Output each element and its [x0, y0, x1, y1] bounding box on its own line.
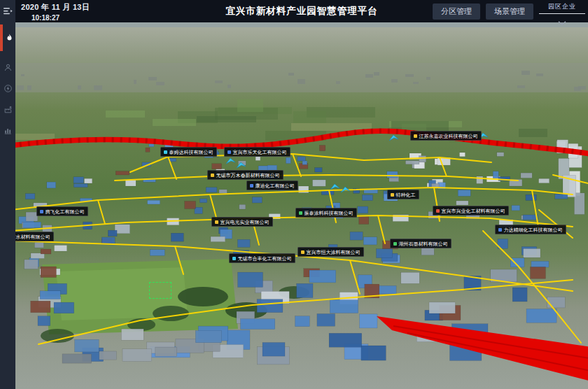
scene-management-button[interactable]: 场景管理 — [486, 3, 533, 20]
sidebar-item-fire[interactable] — [0, 24, 15, 51]
company-label[interactable]: 江苏永嘉农业科技有限公司 — [410, 131, 482, 141]
company-label[interactable]: 无锡市万木春新材料有限公司 — [207, 170, 284, 180]
app-window: 2020 年 11 月 13日 10:18:27 宜兴市新材料产业园智慧管理平台… — [0, 0, 588, 389]
company-label[interactable]: 宜兴电光实业有限公司 — [211, 217, 273, 227]
label-marker-icon — [299, 211, 302, 215]
datetime-block: 2020 年 11 月 13日 10:18:27 — [21, 2, 90, 22]
label-marker-icon — [393, 242, 397, 246]
label-marker-icon — [227, 150, 231, 154]
company-label[interactable]: 无锡市合丰化工有限公司 — [229, 253, 295, 263]
company-label[interactable]: 宜兴市防水材料有限公司 — [15, 232, 54, 241]
chevron-down-icon — [558, 15, 566, 27]
bar-chart-icon — [4, 127, 12, 134]
map-viewport: 泰姆达科技有限公司宜兴市乐天化工有限公司江苏永嘉农业科技有限公司无锡市万木春新材… — [15, 22, 588, 389]
company-label[interactable]: 湖州石墨材料有限公司 — [390, 239, 451, 248]
sidebar-nav — [0, 2, 15, 139]
company-label[interactable]: 宜兴市乐天化工有限公司 — [224, 147, 290, 157]
person-icon — [4, 64, 12, 71]
label-marker-icon — [436, 209, 440, 213]
factory-icon — [4, 106, 12, 113]
lightning-icon — [4, 85, 12, 92]
dropdown-divider — [539, 13, 585, 14]
enterprise-dropdown-label: 园区企业 — [539, 2, 585, 11]
company-label[interactable]: 振泰涂料科技有限公司 — [295, 208, 357, 218]
enterprise-dropdown[interactable]: 园区企业 — [539, 2, 585, 28]
sidebar-item-stats[interactable] — [0, 121, 15, 139]
company-label[interactable]: 力达精细化工科技有限公司 — [495, 225, 566, 234]
label-marker-icon — [215, 220, 218, 224]
flame-icon — [6, 34, 13, 43]
sidebar-item-menu[interactable] — [0, 2, 15, 20]
hamburger-menu-icon — [4, 7, 13, 15]
company-label[interactable]: 宜兴市恒大涂料有限公司 — [298, 247, 364, 257]
company-label[interactable]: 泰姆达科技有限公司 — [160, 147, 217, 157]
company-label[interactable]: 宜兴市兴业化工材料有限公司 — [433, 206, 509, 215]
label-marker-icon — [414, 134, 417, 138]
company-label[interactable]: 腾飞化工有限公司 — [36, 206, 88, 216]
sidebar — [0, 0, 15, 389]
date-text: 2020 年 11 月 13日 — [21, 2, 90, 13]
company-label[interactable]: 康迪化工有限公司 — [246, 181, 298, 190]
selection-box — [149, 282, 172, 299]
map-marker-icon[interactable] — [341, 183, 350, 196]
map-marker-icon[interactable] — [330, 181, 340, 193]
header-buttons: 分区管理场景管理 — [433, 3, 533, 20]
company-label[interactable]: 特种化工 — [387, 190, 419, 199]
label-marker-icon — [498, 228, 502, 232]
label-marker-icon — [40, 210, 43, 213]
label-marker-icon — [232, 257, 236, 260]
sidebar-item-factory[interactable] — [0, 100, 15, 118]
label-marker-icon — [391, 193, 394, 197]
topbar: 2020 年 11 月 13日 10:18:27 宜兴市新材料产业园智慧管理平台… — [15, 0, 588, 22]
label-marker-icon — [211, 174, 214, 177]
label-marker-icon — [164, 150, 167, 154]
zone-management-button[interactable]: 分区管理 — [433, 3, 480, 20]
time-text: 10:18:27 — [31, 14, 90, 22]
label-marker-icon — [250, 184, 253, 188]
label-marker-icon — [301, 250, 304, 254]
sidebar-item-person[interactable] — [0, 58, 15, 76]
map-marker-icon[interactable] — [389, 132, 398, 144]
sidebar-item-energy[interactable] — [0, 79, 15, 97]
